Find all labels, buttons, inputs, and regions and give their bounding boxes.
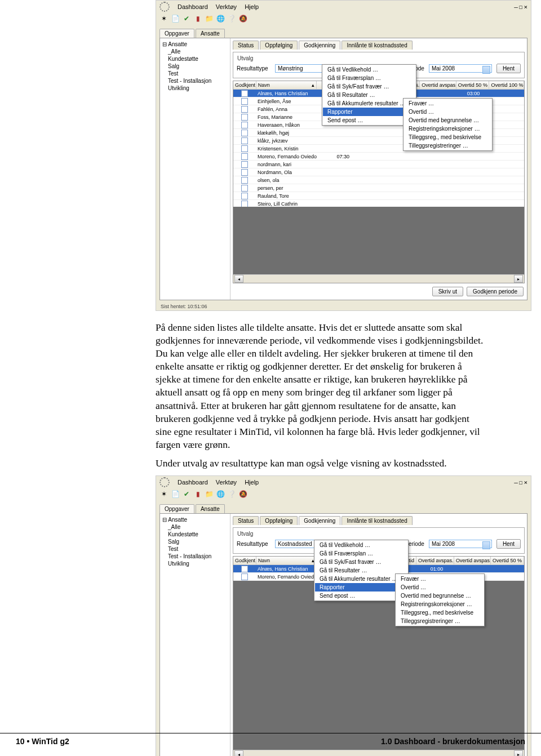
subtab-oppfolging[interactable]: Oppfølging [260, 41, 298, 50]
context-menu-item[interactable]: Gå til Vedlikehold … [315, 541, 407, 549]
col-avspas[interactable]: Overtid avspas. [416, 557, 454, 564]
godkjenn-button[interactable]: Godkjenn periode [467, 287, 524, 296]
help-icon[interactable]: ❔ [227, 14, 236, 23]
checkbox-icon[interactable] [241, 106, 248, 113]
tab-ansatte[interactable]: Ansatte [196, 29, 225, 38]
context-menu-item[interactable]: Rapporter▸ [315, 583, 407, 592]
tree-item-installasjon[interactable]: Test - Installasjon [162, 553, 228, 560]
checkbox-icon[interactable] [241, 90, 248, 97]
context-menu-item[interactable]: Registreringskorreksjoner … [404, 124, 491, 133]
checkbox-icon[interactable] [241, 566, 248, 572]
context-menu-item[interactable]: Gå til Resultater … [323, 91, 415, 99]
context-menu-item[interactable]: Gå til Syk/Fast fravær … [315, 558, 407, 566]
checkbox-icon[interactable] [241, 130, 248, 136]
tab-ansatte[interactable]: Ansatte [196, 504, 225, 513]
tree-item-salg[interactable]: Salg [162, 538, 228, 545]
checkbox-icon[interactable] [241, 193, 248, 199]
table-row[interactable]: persen, per [233, 184, 524, 192]
scroll-left-icon[interactable]: ◂ [234, 750, 243, 756]
subtab-status[interactable]: Status [233, 41, 259, 50]
col-overtid50[interactable]: Overtid 50 % [456, 81, 490, 89]
close-icon[interactable]: × [524, 3, 527, 11]
bell-stop-icon[interactable]: 🔕 [238, 490, 247, 499]
skrivut-button[interactable]: Skriv ut [432, 287, 463, 296]
h-scrollbar-2[interactable]: ◂ ▸ [233, 750, 524, 756]
note-icon[interactable]: 📄 [171, 14, 180, 23]
context-submenu-2[interactable]: Fravær …Overtid …Overtid med begrunnelse… [395, 573, 485, 626]
tree-item-utvikling[interactable]: Utvikling [162, 85, 228, 92]
context-menu-item[interactable]: Gå til Fraværsplan … [315, 549, 407, 558]
checkbox-icon[interactable] [241, 177, 248, 184]
subtab-status[interactable]: Status [233, 516, 259, 525]
context-menu-item[interactable]: Fravær … [404, 99, 491, 108]
menu-tools[interactable]: Verktøy [216, 3, 237, 10]
context-menu-item[interactable]: Fravær … [396, 575, 484, 583]
maximize-icon[interactable]: ☐ [519, 3, 523, 11]
col-godkjent[interactable]: Godkjent [233, 557, 256, 564]
check-icon[interactable]: ✔ [182, 490, 191, 499]
menu-help[interactable]: Hjelp [245, 3, 259, 10]
table-row[interactable]: Rauland, Tore [233, 192, 524, 200]
context-menu-item[interactable]: Tilleggsregistreringer … [396, 617, 484, 625]
tree-root[interactable]: ⊟ Ansatte [162, 41, 228, 48]
context-menu-item[interactable]: Overtid … [396, 583, 484, 592]
check-icon[interactable]: ✔ [182, 14, 191, 23]
tree-item-kundestotte[interactable]: Kundestøtte [162, 55, 228, 63]
context-menu-item[interactable]: Gå til Akkumulerte resultater … [323, 99, 415, 108]
minimize-icon[interactable]: – [514, 3, 518, 11]
context-menu-item[interactable]: Send epost … [323, 116, 415, 124]
col-overtid100[interactable]: Overtid 100 % [489, 81, 524, 89]
tab-oppgaver[interactable]: Oppgaver [159, 29, 194, 38]
col-avspas[interactable]: Overtid avspas. [420, 81, 456, 89]
barchart-icon[interactable]: ▮ [193, 14, 202, 23]
star-pin-icon[interactable]: ✶ [159, 14, 168, 23]
checkbox-icon[interactable] [241, 114, 248, 121]
col-overtid50[interactable]: Overtid 50 % [491, 557, 524, 564]
bell-stop-icon[interactable]: 🔕 [238, 14, 247, 23]
tree-item-installasjon[interactable]: Test - Installasjon [162, 77, 228, 85]
scroll-right-icon[interactable]: ▸ [514, 275, 523, 283]
subtab-innlante[interactable]: Innlånte til kostnadssted [342, 41, 412, 50]
tree-item-alle[interactable]: _Alle [162, 48, 228, 55]
context-menu-item[interactable]: Rapporter▸ [323, 108, 415, 116]
context-menu-item[interactable]: Overtid … [404, 108, 491, 116]
globe-icon[interactable]: 🌐 [216, 14, 225, 23]
context-menu-item[interactable]: Tilleggsreg., med beskrivelse [404, 133, 491, 141]
table-row[interactable]: Steiro, Lill Cathrin [233, 200, 524, 207]
tree-item-test[interactable]: Test [162, 70, 228, 77]
h-scrollbar[interactable]: ◂ ▸ [233, 274, 524, 283]
barchart-icon[interactable]: ▮ [193, 490, 202, 499]
col-avspas2[interactable]: Overtid avspas. [454, 557, 491, 564]
menu-help[interactable]: Hjelp [245, 479, 259, 486]
context-menu-item[interactable]: Overtid med begrunnelse … [404, 116, 491, 124]
context-menu-item[interactable]: Overtid med begrunnelse … [396, 592, 484, 600]
checkbox-icon[interactable] [241, 201, 248, 207]
subtab-oppfolging[interactable]: Oppfølging [260, 516, 298, 525]
checkbox-icon[interactable] [241, 153, 248, 160]
checkbox-icon[interactable] [241, 185, 248, 192]
close-icon[interactable]: × [524, 479, 527, 486]
tab-oppgaver[interactable]: Oppgaver [159, 504, 194, 513]
menu-dashboard[interactable]: Dashboard [178, 479, 208, 486]
context-submenu[interactable]: Fravær …Overtid …Overtid med begrunnelse… [403, 98, 493, 151]
scroll-left-icon[interactable]: ◂ [234, 275, 243, 283]
hent-button[interactable]: Hent [496, 539, 521, 549]
checkbox-icon[interactable] [241, 98, 248, 105]
table-row[interactable]: olsen, ola [233, 176, 524, 184]
tree-root[interactable]: ⊟ Ansatte [162, 516, 228, 523]
menu-tools[interactable]: Verktøy [216, 479, 237, 486]
table-row[interactable]: nordmann, kari [233, 161, 524, 168]
tree-item-kundestotte[interactable]: Kundestøtte [162, 531, 228, 538]
col-godkjent[interactable]: Godkjent [233, 81, 256, 89]
checkbox-icon[interactable] [241, 169, 248, 176]
context-menu-item[interactable]: Gå til Resultater … [315, 566, 407, 575]
checkbox-icon[interactable] [241, 573, 248, 580]
folder-run-icon[interactable]: 📁 [205, 490, 214, 499]
context-menu-item[interactable]: Tilleggsregistreringer … [404, 141, 491, 150]
minimize-icon[interactable]: – [514, 479, 518, 486]
periode-select[interactable]: Mai 2008 [429, 540, 492, 548]
note-icon[interactable]: 📄 [171, 490, 180, 499]
table-row[interactable]: Nordmann, Ola [233, 168, 524, 176]
globe-icon[interactable]: 🌐 [216, 490, 225, 499]
menu-dashboard[interactable]: Dashboard [178, 3, 208, 10]
